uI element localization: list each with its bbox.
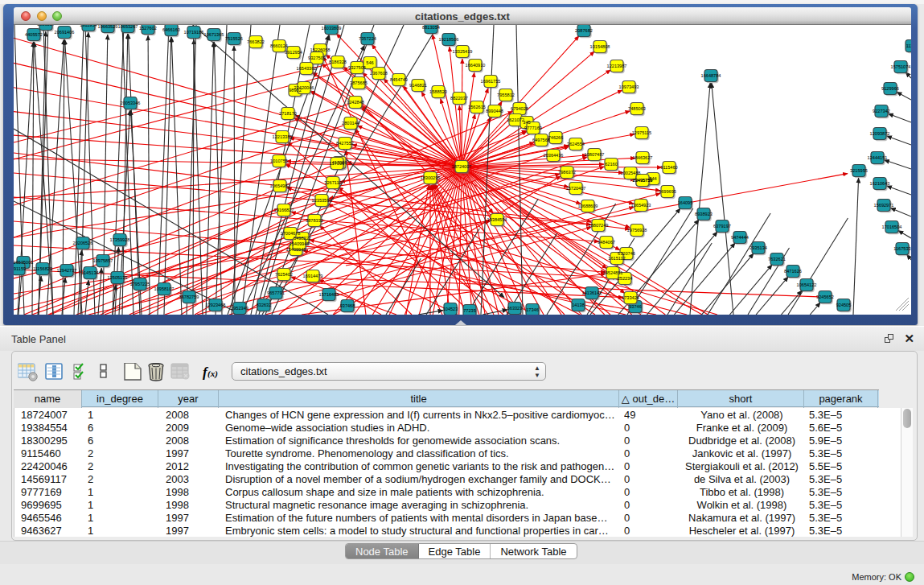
svg-text:17016504: 17016504 — [882, 225, 902, 229]
svg-text:164095: 164095 — [678, 200, 693, 205]
svg-text:1010755: 1010755 — [270, 159, 288, 163]
svg-text:12353594: 12353594 — [312, 198, 332, 203]
svg-text:9227342: 9227342 — [873, 109, 890, 113]
svg-text:546: 546 — [366, 60, 373, 65]
svg-text:62160: 62160 — [605, 162, 618, 167]
svg-text:8454749: 8454749 — [390, 77, 408, 82]
svg-text:16961755: 16961755 — [481, 79, 501, 84]
svg-text:12213987: 12213987 — [607, 64, 627, 68]
svg-text:2087682: 2087682 — [575, 28, 593, 33]
svg-text:7986372: 7986372 — [558, 170, 576, 175]
svg-text:8660124: 8660124 — [270, 43, 288, 48]
svg-text:10688609: 10688609 — [578, 204, 598, 208]
svg-text:7485063: 7485063 — [628, 106, 646, 111]
svg-text:16648784: 16648784 — [701, 73, 721, 78]
svg-text:1952349: 1952349 — [231, 306, 248, 311]
svg-text:9699695: 9699695 — [659, 189, 676, 194]
svg-text:16640910: 16640910 — [466, 63, 486, 68]
svg-text:1911954: 1911954 — [80, 25, 97, 27]
svg-text:1903557: 1903557 — [37, 25, 55, 27]
svg-text:10719185: 10719185 — [184, 30, 204, 35]
svg-text:3624554: 3624554 — [567, 142, 585, 146]
svg-text:15409949: 15409949 — [290, 241, 310, 246]
svg-text:7625402: 7625402 — [275, 272, 293, 277]
svg-text:9245652: 9245652 — [816, 295, 834, 299]
svg-text:15226058: 15226058 — [310, 47, 331, 52]
svg-text:10653267: 10653267 — [118, 25, 138, 29]
svg-text:5498222: 5498222 — [294, 236, 311, 241]
svg-text:10654122: 10654122 — [797, 282, 817, 287]
svg-text:20364436: 20364436 — [544, 153, 564, 158]
svg-text:10154808: 10154808 — [590, 44, 610, 49]
svg-text:9474444: 9474444 — [731, 235, 749, 240]
svg-text:1588520: 1588520 — [429, 89, 447, 94]
svg-text:3215955: 3215955 — [850, 168, 868, 173]
svg-text:(x): (x) — [207, 369, 218, 379]
svg-text:7515526: 7515526 — [225, 36, 243, 41]
svg-text:15692971: 15692971 — [874, 203, 894, 208]
svg-text:19166827: 19166827 — [274, 208, 294, 212]
svg-text:16914479: 16914479 — [303, 274, 323, 278]
svg-text:991159: 991159 — [14, 266, 26, 271]
svg-text:18463627: 18463627 — [633, 155, 653, 160]
svg-text:8813054: 8813054 — [422, 25, 440, 30]
svg-text:7955812: 7955812 — [497, 93, 515, 97]
svg-text:2803144: 2803144 — [342, 121, 359, 126]
svg-text:3267110: 3267110 — [324, 180, 341, 185]
svg-text:10973493: 10973493 — [619, 84, 639, 89]
svg-text:12444151: 12444151 — [868, 155, 888, 160]
svg-text:16782759: 16782759 — [179, 295, 199, 299]
svg-text:6794028: 6794028 — [511, 106, 528, 111]
svg-text:3242848: 3242848 — [347, 100, 364, 105]
svg-text:18807249: 18807249 — [589, 223, 609, 228]
svg-text:252234: 252234 — [618, 276, 633, 281]
svg-text:9146821: 9146821 — [409, 83, 427, 88]
svg-text:13325419: 13325419 — [453, 49, 473, 54]
svg-text:345: 345 — [523, 120, 530, 125]
svg-text:8938923: 8938923 — [695, 212, 713, 216]
svg-text:10958107: 10958107 — [154, 286, 175, 291]
svg-text:10671365: 10671365 — [204, 32, 224, 37]
svg-text:3875685: 3875685 — [350, 80, 368, 85]
svg-text:10025488: 10025488 — [621, 171, 641, 175]
svg-text:4405572: 4405572 — [25, 32, 43, 37]
svg-text:20053346: 20053346 — [121, 101, 141, 105]
svg-text:19384554: 19384554 — [487, 217, 507, 222]
svg-text:1615112: 1615112 — [608, 256, 625, 261]
svg-text:17346: 17346 — [526, 307, 539, 312]
svg-text:12213389: 12213389 — [273, 134, 293, 139]
svg-text:1562615: 1562615 — [468, 105, 486, 109]
svg-text:11156829: 11156829 — [33, 266, 52, 271]
svg-text:23495759: 23495759 — [633, 178, 653, 183]
svg-text:12975115: 12975115 — [632, 130, 651, 135]
svg-text:22420046: 22420046 — [294, 85, 314, 90]
svg-text:12505135: 12505135 — [108, 275, 128, 280]
svg-text:77235: 77235 — [463, 308, 476, 313]
svg-text:9657791: 9657791 — [267, 290, 285, 295]
svg-text:19756928: 19756928 — [627, 228, 647, 233]
svg-text:18724007: 18724007 — [452, 164, 472, 169]
svg-text:20691406: 20691406 — [55, 30, 75, 35]
svg-text:746266: 746266 — [548, 135, 564, 140]
svg-text:6466160: 6466160 — [162, 27, 180, 32]
svg-text:8471626: 8471626 — [784, 269, 802, 274]
svg-text:8990448: 8990448 — [486, 109, 503, 113]
svg-text:3878332: 3878332 — [306, 218, 323, 223]
svg-text:104523: 104523 — [443, 307, 458, 311]
svg-text:18300295: 18300295 — [421, 175, 441, 180]
svg-text:16210643: 16210643 — [870, 181, 890, 186]
svg-text:11174: 11174 — [906, 43, 911, 48]
svg-text:9115460: 9115460 — [660, 165, 677, 170]
svg-text:16033809: 16033809 — [322, 26, 342, 31]
svg-text:1733426: 1733426 — [622, 295, 639, 300]
svg-text:14138: 14138 — [572, 303, 585, 307]
svg-text:1167533: 1167533 — [893, 246, 910, 251]
svg-text:16543362: 16543362 — [297, 66, 317, 71]
svg-text:8427552: 8427552 — [336, 141, 354, 146]
svg-text:17359928: 17359928 — [110, 237, 130, 242]
svg-text:10807487: 10807487 — [585, 152, 605, 157]
svg-text:2935134: 2935134 — [749, 245, 767, 250]
svg-text:9484067: 9484067 — [598, 240, 615, 245]
svg-text:10654982: 10654982 — [270, 183, 290, 188]
svg-text:8186328: 8186328 — [329, 60, 347, 64]
